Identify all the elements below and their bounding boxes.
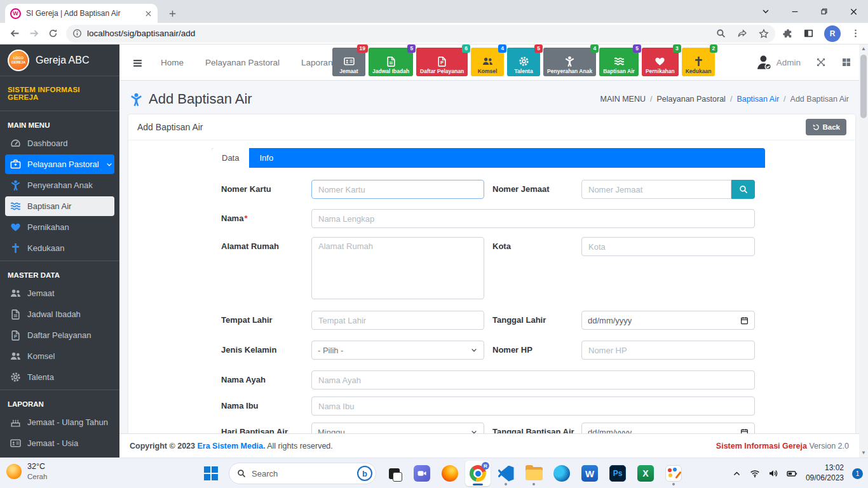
close-button[interactable]	[839, 0, 868, 23]
vscode-button[interactable]	[493, 461, 519, 486]
calendar-icon[interactable]	[740, 316, 749, 325]
nama-ayah-input[interactable]	[311, 370, 755, 390]
breadcrumb-pelayanan-pastoral[interactable]: Pelayanan Pastoral	[656, 95, 725, 104]
alamat-rumah-textarea[interactable]	[311, 237, 484, 299]
child-icon	[10, 180, 21, 191]
breadcrumb-main-menu[interactable]: MAIN MENU	[600, 95, 646, 104]
file-explorer-button[interactable]	[521, 461, 546, 486]
back-button[interactable]: Back	[806, 119, 847, 135]
sidebar-item-dashboard[interactable]: Dashboard	[5, 133, 114, 153]
tile-kedukaan[interactable]: 2 Kedukaan	[682, 48, 715, 76]
browser-tab[interactable]: W SI Gereja | Add Baptisan Air	[5, 4, 158, 23]
share-icon[interactable]	[737, 29, 747, 39]
jenis-kelamin-select[interactable]: - Pilih -	[311, 341, 484, 360]
sidebar-item-penyerahan-anak[interactable]: Penyerahan Anak	[5, 175, 114, 195]
nomer-jemaat-input[interactable]	[581, 180, 731, 199]
tab-search-icon[interactable]	[751, 0, 780, 23]
fullscreen-expand-icon[interactable]	[816, 57, 826, 67]
tile-jadwal-ibadah[interactable]: 5 Jadwal Ibadah	[369, 48, 413, 76]
sidebar-item-pernikahan[interactable]: Pernikahan	[5, 217, 114, 237]
sidebar-item-jemaat[interactable]: Jemaat	[5, 283, 114, 303]
company-link[interactable]: Era Sistem Media.	[197, 442, 265, 451]
sidebar-item-pelayanan-pastoral[interactable]: Pelayanan Pastoral	[5, 154, 114, 174]
grid-apps-icon[interactable]	[841, 57, 851, 67]
sidebar-item-jadwal-ibadah[interactable]: Jadwal Ibadah	[5, 304, 114, 324]
nav-home[interactable]: Home	[150, 58, 194, 67]
nomer-hp-input[interactable]	[581, 341, 755, 360]
sidebar-brand[interactable]: LOGOGEREJA Gereja ABC	[0, 44, 119, 76]
url-text[interactable]: localhost/sig/baptisanair/add	[87, 29, 711, 38]
hamburger-menu-icon[interactable]	[132, 57, 143, 69]
sidebar-item-kedukaan[interactable]: Kedukaan	[5, 238, 114, 258]
sidebar-divider	[0, 390, 119, 390]
edge-button[interactable]	[549, 461, 574, 486]
sidebar-item-daftar-pelayanan[interactable]: Daftar Pelayanan	[5, 325, 114, 345]
notification-count-badge[interactable]: 1	[852, 468, 863, 479]
search-jemaat-button[interactable]	[731, 180, 755, 199]
tab-info[interactable]: Info	[249, 148, 283, 168]
taskbar-search-input[interactable]: Search b	[229, 463, 376, 484]
paint-button[interactable]	[661, 461, 686, 486]
nama-input[interactable]	[311, 209, 755, 228]
address-bar[interactable]: localhost/sig/baptisanair/add	[66, 25, 775, 43]
word-button[interactable]: W	[577, 461, 602, 486]
back-icon[interactable]	[5, 25, 24, 43]
browser-profile-avatar[interactable]: R	[824, 25, 841, 42]
forward-icon[interactable]	[24, 25, 43, 43]
tray-chevron-up-icon[interactable]	[732, 469, 742, 478]
nav-pelayanan-pastoral[interactable]: Pelayanan Pastoral	[194, 58, 290, 67]
task-view-button[interactable]	[381, 461, 407, 486]
excel-button[interactable]: X	[633, 461, 658, 486]
zoom-icon[interactable]	[716, 29, 726, 38]
site-info-icon[interactable]	[72, 29, 82, 38]
word-icon: W	[581, 465, 598, 482]
sidebar-item-komsel[interactable]: Komsel	[5, 346, 114, 366]
nomer-kartu-input[interactable]	[311, 180, 484, 199]
tanggal-lahir-date-input[interactable]: dd/mm/yyyy	[581, 311, 755, 330]
photoshop-button[interactable]: Ps	[605, 461, 630, 486]
side-panel-icon[interactable]	[803, 28, 814, 39]
chat-button[interactable]	[409, 461, 435, 486]
tile-penyerahan-anak[interactable]: 4 Penyerahan Anak	[543, 48, 596, 76]
breadcrumb-baptisan-air[interactable]: Baptisan Air	[736, 95, 779, 104]
wifi-icon[interactable]	[750, 468, 760, 478]
sidebar-item-baptisan-air[interactable]: Baptisan Air	[5, 196, 114, 216]
tile-pernikahan[interactable]: 3 Pernikahan	[642, 48, 679, 76]
user-menu[interactable]: Admin	[756, 54, 801, 71]
extensions-puzzle-icon[interactable]	[783, 29, 793, 39]
reload-icon[interactable]	[43, 25, 62, 43]
breadcrumb: MAIN MENU/ Pelayanan Pastoral/ Baptisan …	[600, 95, 849, 104]
page-scrollbar[interactable]: ▲ ▼	[859, 44, 868, 458]
tab-data[interactable]: Data	[212, 148, 249, 168]
battery-icon[interactable]	[787, 468, 797, 479]
tile-talenta[interactable]: 5 Talenta	[507, 48, 540, 76]
chrome-button[interactable]: R	[465, 461, 491, 486]
sidebar-item-jemaat-ulang-tahun[interactable]: Jemaat - Ulang Tahun	[5, 412, 114, 432]
tile-baptisan-air[interactable]: 5 Baptisan Air	[599, 48, 639, 76]
bookmark-star-icon[interactable]	[759, 29, 769, 39]
scrollbar-thumb[interactable]	[860, 55, 867, 118]
taskbar-clock[interactable]: 13:02 09/06/2023	[806, 463, 844, 483]
nama-ibu-input[interactable]	[311, 396, 755, 416]
new-tab-button[interactable]	[164, 5, 180, 22]
tab-close-icon[interactable]	[144, 10, 153, 18]
scroll-up-arrow-icon[interactable]: ▲	[861, 46, 866, 52]
tile-daftar-pelayanan[interactable]: 6 Daftar Pelayanan	[416, 48, 468, 76]
file-icon	[386, 56, 397, 67]
sidebar-item-jemaat-usia[interactable]: Jemaat - Usia	[5, 433, 114, 453]
firefox-button[interactable]	[437, 461, 463, 486]
tempat-lahir-input[interactable]	[311, 311, 484, 330]
restore-button[interactable]	[810, 0, 839, 23]
volume-icon[interactable]	[768, 468, 778, 478]
tile-jemaat[interactable]: 19 Jemaat	[332, 48, 365, 76]
scroll-down-arrow-icon[interactable]: ▼	[861, 450, 866, 456]
sidebar-item-talenta[interactable]: Talenta	[5, 367, 114, 387]
tile-komsel[interactable]: 4 Komsel	[471, 48, 504, 76]
weather-widget[interactable]: 32°C Cerah	[6, 462, 47, 481]
browser-menu-kebab-icon[interactable]	[851, 29, 860, 38]
sidebar-item-jemaat-usia-filter[interactable]: Jemaat - Usia (Filter)	[5, 454, 114, 458]
label-alamat-rumah: Alamat Rumah	[221, 237, 311, 302]
start-button[interactable]	[198, 461, 224, 486]
kota-input[interactable]	[581, 237, 755, 256]
minimize-button[interactable]	[780, 0, 810, 23]
